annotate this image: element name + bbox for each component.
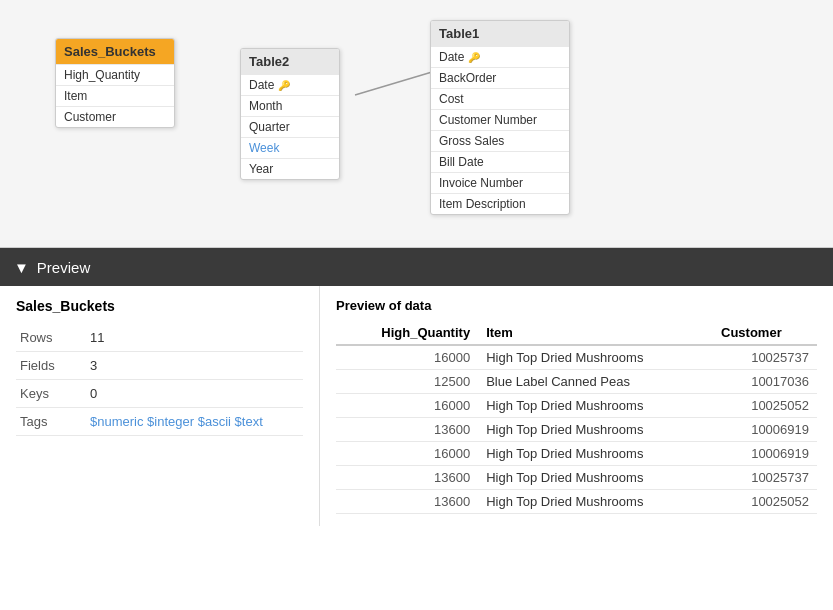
table-cell-0: 13600 (336, 490, 478, 514)
table-cell-1: High Top Dried Mushrooms (478, 345, 713, 370)
stats-row-rows: Rows 11 (16, 324, 303, 352)
right-panel: Preview of data High_Quantity Item Custo… (320, 286, 833, 526)
data-table-header-row: High_Quantity Item Customer (336, 321, 817, 345)
stats-label-keys: Keys (16, 380, 86, 408)
preview-table-name: Sales_Buckets (16, 298, 303, 314)
sales-buckets-table[interactable]: Sales_Buckets High_Quantity Item Custome… (55, 38, 175, 128)
preview-title: Preview (37, 259, 90, 276)
table-row: 13600High Top Dried Mushrooms10025737 (336, 466, 817, 490)
col-header-item: Item (478, 321, 713, 345)
field-item[interactable]: Item (56, 85, 174, 106)
table-cell-1: High Top Dried Mushrooms (478, 442, 713, 466)
table-row: 12500Blue Label Canned Peas10017036 (336, 370, 817, 394)
table-cell-1: High Top Dried Mushrooms (478, 418, 713, 442)
svg-line-0 (355, 72, 432, 95)
table2-field-week[interactable]: Week (241, 137, 339, 158)
stats-label-fields: Fields (16, 352, 86, 380)
data-preview-title: Preview of data (336, 298, 817, 313)
table-cell-2: 10006919 (713, 442, 817, 466)
table1-field-gross-sales[interactable]: Gross Sales (431, 130, 569, 151)
table-cell-0: 13600 (336, 418, 478, 442)
table1-field-bill-date[interactable]: Bill Date (431, 151, 569, 172)
preview-header: ▼ Preview (0, 248, 833, 286)
left-panel: Sales_Buckets Rows 11 Fields 3 Keys 0 Ta… (0, 286, 320, 526)
table1-field-customer-number[interactable]: Customer Number (431, 109, 569, 130)
stats-table: Rows 11 Fields 3 Keys 0 Tags $numeric $i… (16, 324, 303, 436)
table-row: 16000High Top Dried Mushrooms10006919 (336, 442, 817, 466)
table1-header: Table1 (431, 21, 569, 46)
table1-field-backorder[interactable]: BackOrder (431, 67, 569, 88)
table-cell-0: 12500 (336, 370, 478, 394)
field-high-quantity[interactable]: High_Quantity (56, 64, 174, 85)
preview-arrow: ▼ (14, 259, 29, 276)
table-cell-1: High Top Dried Mushrooms (478, 394, 713, 418)
tag-numeric: $numeric (90, 414, 143, 429)
table-cell-0: 16000 (336, 345, 478, 370)
stats-value-rows: 11 (86, 324, 303, 352)
table-cell-0: 13600 (336, 466, 478, 490)
table1-field-date[interactable]: Date 🔑 (431, 46, 569, 67)
table2-field-date[interactable]: Date 🔑 (241, 74, 339, 95)
table-cell-1: High Top Dried Mushrooms (478, 466, 713, 490)
field-customer[interactable]: Customer (56, 106, 174, 127)
stats-value-tags: $numeric $integer $ascii $text (86, 408, 303, 436)
table-cell-2: 10017036 (713, 370, 817, 394)
table1-field-cost[interactable]: Cost (431, 88, 569, 109)
table-cell-0: 16000 (336, 442, 478, 466)
table-cell-1: Blue Label Canned Peas (478, 370, 713, 394)
table-row: 13600High Top Dried Mushrooms10006919 (336, 418, 817, 442)
data-preview-table: High_Quantity Item Customer 16000High To… (336, 321, 817, 514)
stats-label-tags: Tags (16, 408, 86, 436)
table2[interactable]: Table2 Date 🔑 Month Quarter Week Year (240, 48, 340, 180)
stats-row-keys: Keys 0 (16, 380, 303, 408)
tag-text: $text (235, 414, 263, 429)
table-row: 16000High Top Dried Mushrooms10025052 (336, 394, 817, 418)
table-cell-2: 10006919 (713, 418, 817, 442)
tag-integer: $integer (147, 414, 194, 429)
table-cell-0: 16000 (336, 394, 478, 418)
col-header-customer: Customer (713, 321, 817, 345)
table-row: 16000High Top Dried Mushrooms10025737 (336, 345, 817, 370)
key-icon-table1-date: 🔑 (468, 52, 480, 63)
table2-field-quarter[interactable]: Quarter (241, 116, 339, 137)
tag-ascii: $ascii (198, 414, 231, 429)
table-cell-1: High Top Dried Mushrooms (478, 490, 713, 514)
preview-body: Sales_Buckets Rows 11 Fields 3 Keys 0 Ta… (0, 286, 833, 526)
table-cell-2: 10025737 (713, 466, 817, 490)
col-header-high-quantity: High_Quantity (336, 321, 478, 345)
table-cell-2: 10025737 (713, 345, 817, 370)
stats-value-fields: 3 (86, 352, 303, 380)
table2-field-month[interactable]: Month (241, 95, 339, 116)
table-row: 13600High Top Dried Mushrooms10025052 (336, 490, 817, 514)
table1[interactable]: Table1 Date 🔑 BackOrder Cost Customer Nu… (430, 20, 570, 215)
stats-value-keys: 0 (86, 380, 303, 408)
table2-header: Table2 (241, 49, 339, 74)
canvas-area: Sales_Buckets High_Quantity Item Custome… (0, 0, 833, 248)
stats-row-tags: Tags $numeric $integer $ascii $text (16, 408, 303, 436)
table1-field-invoice-number[interactable]: Invoice Number (431, 172, 569, 193)
key-icon-date: 🔑 (278, 80, 290, 91)
stats-row-fields: Fields 3 (16, 352, 303, 380)
table-cell-2: 10025052 (713, 394, 817, 418)
table2-field-year[interactable]: Year (241, 158, 339, 179)
stats-label-rows: Rows (16, 324, 86, 352)
sales-buckets-header: Sales_Buckets (56, 39, 174, 64)
table1-field-item-description[interactable]: Item Description (431, 193, 569, 214)
table-cell-2: 10025052 (713, 490, 817, 514)
